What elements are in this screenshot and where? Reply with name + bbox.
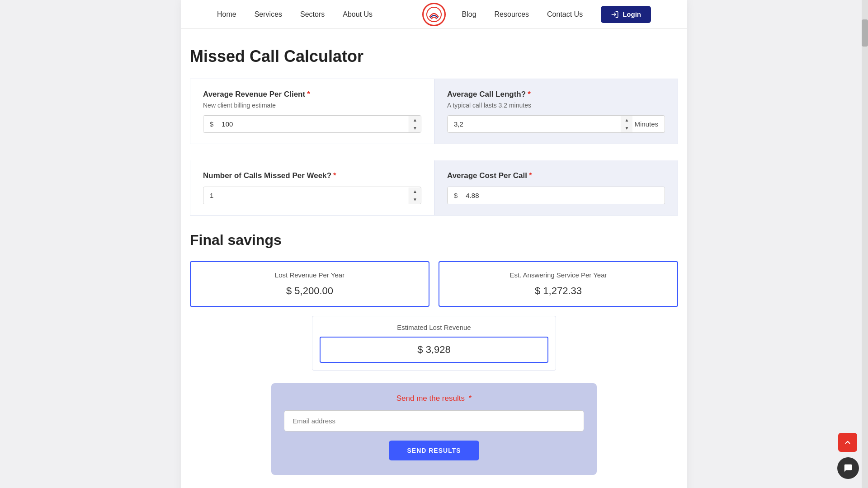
lost-revenue-label: Lost Revenue Per Year	[200, 271, 420, 279]
avg-revenue-prefix: $	[203, 116, 218, 132]
estimated-value: $ 3,928	[320, 337, 548, 363]
estimated-wrapper: Estimated Lost Revenue $ 3,928	[312, 316, 556, 371]
arrow-up-icon	[844, 438, 852, 446]
lost-revenue-value: $ 5,200.00	[200, 285, 420, 297]
estimated-label: Estimated Lost Revenue	[320, 324, 548, 331]
send-results-label: Send me the results *	[284, 394, 584, 403]
email-input[interactable]	[284, 410, 584, 432]
svg-point-0	[427, 7, 441, 22]
nav-contact[interactable]: Contact Us	[547, 10, 583, 19]
avg-call-label: Average Call Length?*	[447, 90, 665, 99]
scrollbar-thumb[interactable]	[862, 19, 868, 47]
avg-revenue-panel: Average Revenue Per Client* New client b…	[190, 79, 434, 144]
logo-icon	[426, 6, 442, 23]
nav-left: Home Services Sectors About Us	[217, 10, 373, 19]
avg-cost-required: *	[529, 171, 532, 180]
send-results-required: *	[469, 394, 472, 403]
minutes-label: Minutes	[632, 116, 665, 132]
calls-missed-spinner: ▲ ▼	[409, 188, 421, 204]
avg-call-input[interactable]	[448, 116, 621, 132]
avg-call-required: *	[528, 90, 531, 99]
calls-missed-panel: Number of Calls Missed Per Week?* ▲ ▼	[190, 160, 434, 216]
nav-right: Blog Resources Contact Us Login	[462, 6, 651, 23]
avg-call-spinner: ▲ ▼	[621, 116, 633, 132]
avg-revenue-input[interactable]	[218, 116, 409, 132]
answering-service-card: Est. Answering Service Per Year $ 1,272.…	[439, 261, 678, 307]
calls-missed-input-wrapper: ▲ ▼	[203, 187, 421, 204]
main-content: Missed Call Calculator Average Revenue P…	[181, 29, 687, 488]
lost-revenue-card: Lost Revenue Per Year $ 5,200.00	[190, 261, 429, 307]
avg-cost-panel: Average Cost Per Call* $	[434, 160, 678, 216]
navigation: Home Services Sectors About Us Blog Re	[181, 0, 687, 29]
nav-about-us[interactable]: About Us	[343, 10, 373, 19]
calls-missed-input[interactable]	[203, 187, 409, 204]
avg-cost-label: Average Cost Per Call*	[447, 171, 665, 180]
avg-revenue-label: Average Revenue Per Client*	[203, 90, 421, 99]
scrollbar-track[interactable]	[862, 0, 868, 488]
final-savings-title: Final savings	[190, 232, 678, 249]
avg-cost-input-wrapper: $	[447, 187, 665, 204]
savings-grid: Lost Revenue Per Year $ 5,200.00 Est. An…	[190, 261, 678, 307]
avg-revenue-input-wrapper: $ ▲ ▼	[203, 115, 421, 133]
avg-cost-prefix: $	[448, 187, 462, 204]
answering-service-value: $ 1,272.33	[448, 285, 668, 297]
nav-services[interactable]: Services	[255, 10, 282, 19]
send-results-button[interactable]: SEND RESULTS	[389, 441, 479, 460]
login-button[interactable]: Login	[601, 6, 651, 23]
avg-revenue-hint: New client billing estimate	[203, 102, 421, 109]
nav-blog[interactable]: Blog	[462, 10, 476, 19]
calls-missed-label: Number of Calls Missed Per Week?*	[203, 171, 421, 180]
nav-resources[interactable]: Resources	[495, 10, 529, 19]
nav-sectors[interactable]: Sectors	[300, 10, 325, 19]
avg-cost-input[interactable]	[462, 187, 665, 204]
calls-missed-up[interactable]: ▲	[409, 188, 421, 196]
login-icon	[611, 10, 619, 19]
avg-revenue-spinner: ▲ ▼	[409, 116, 421, 132]
chat-widget[interactable]	[837, 457, 859, 479]
scroll-to-top-button[interactable]	[838, 433, 857, 452]
logo[interactable]	[422, 3, 446, 26]
calculator-bottom-grid: Number of Calls Missed Per Week?* ▲ ▼ Av…	[190, 160, 678, 216]
page-title: Missed Call Calculator	[190, 47, 678, 66]
calls-missed-required: *	[333, 171, 336, 180]
avg-call-down[interactable]: ▼	[621, 124, 633, 132]
avg-call-hint: A typical call lasts 3.2 minutes	[447, 102, 665, 109]
avg-revenue-down[interactable]: ▼	[409, 124, 421, 132]
chat-icon	[843, 463, 853, 473]
avg-call-input-wrapper: ▲ ▼ Minutes	[447, 115, 665, 133]
avg-revenue-up[interactable]: ▲	[409, 116, 421, 124]
send-results-section: Send me the results * SEND RESULTS	[271, 383, 597, 475]
logo-circle	[422, 3, 446, 26]
avg-revenue-required: *	[307, 90, 310, 99]
nav-home[interactable]: Home	[217, 10, 236, 19]
calls-missed-down[interactable]: ▼	[409, 196, 421, 204]
answering-service-label: Est. Answering Service Per Year	[448, 271, 668, 279]
calculator-top-grid: Average Revenue Per Client* New client b…	[190, 79, 678, 144]
avg-call-length-panel: Average Call Length?* A typical call las…	[434, 79, 678, 144]
avg-call-up[interactable]: ▲	[621, 116, 633, 124]
estimated-section: Estimated Lost Revenue $ 3,928	[312, 316, 556, 371]
